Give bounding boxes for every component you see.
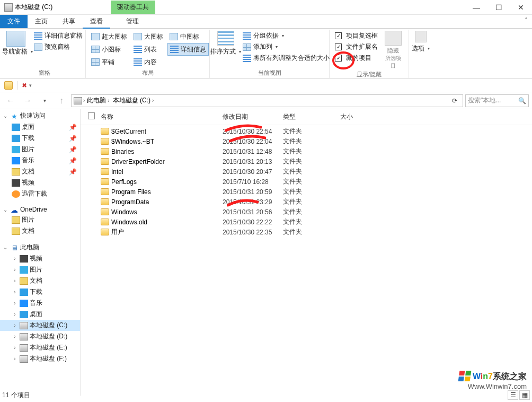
tab-manage[interactable]: 管理	[117, 15, 148, 28]
column-size[interactable]: 大小	[340, 112, 383, 121]
group-label-show-hide: 显示/隐藏	[333, 69, 405, 80]
sidebar-drive-e[interactable]: 本地磁盘 (E:)	[30, 343, 67, 352]
back-button[interactable]: ←	[3, 94, 18, 107]
status-item-count: 11 个项目	[2, 391, 30, 400]
sidebar-documents[interactable]: 文档	[22, 167, 34, 176]
select-all-checkbox[interactable]	[88, 112, 95, 119]
history-dropdown[interactable]: ▾	[37, 94, 52, 107]
layout-details[interactable]: 详细信息	[167, 43, 209, 56]
table-row[interactable]: Windows2015/10/31 20:56文件夹	[81, 207, 532, 217]
hide-button[interactable]: 隐藏	[383, 47, 403, 55]
table-row[interactable]: $GetCurrent2015/10/30 22:54文件夹	[81, 126, 532, 136]
sidebar-onedrive-pics[interactable]: 图片	[22, 215, 34, 224]
options-button[interactable]: 选项▾	[410, 43, 432, 54]
annotation-mark	[225, 124, 262, 133]
qat-dropdown[interactable]: ▾	[29, 83, 32, 88]
layout-content[interactable]: 内容	[131, 56, 165, 68]
forward-button[interactable]: →	[20, 94, 35, 107]
download-icon	[12, 135, 20, 142]
sidebar-this-pc[interactable]: 此电脑	[20, 243, 39, 252]
file-type: 文件夹	[283, 167, 340, 176]
layout-large[interactable]: 大图标	[131, 31, 165, 42]
tab-view[interactable]: 查看	[83, 15, 110, 29]
file-type: 文件夹	[283, 157, 340, 166]
folder-icon	[101, 168, 109, 175]
table-row[interactable]: DriverExpertFolder2015/10/31 20:13文件夹	[81, 156, 532, 167]
table-row[interactable]: Windows.old2015/10/30 22:22文件夹	[81, 217, 532, 227]
add-columns-button[interactable]: 添加列▾	[241, 42, 332, 52]
documents-icon	[12, 168, 20, 176]
table-row[interactable]: Program Files2015/10/31 20:59文件夹	[81, 187, 532, 197]
file-date: 2015/10/31 12:48	[223, 148, 283, 155]
file-list-view[interactable]: 名称 修改日期 类型 大小 $GetCurrent2015/10/30 22:5…	[81, 109, 532, 396]
tab-home[interactable]: 主页	[28, 15, 55, 28]
sort-by-button[interactable]: 排序方式▾	[213, 47, 238, 57]
sidebar-videos[interactable]: 视频	[22, 178, 34, 187]
sidebar-downloads[interactable]: 下载	[22, 134, 34, 143]
breadcrumb-drive[interactable]: 本地磁盘 (C:)›	[112, 96, 155, 105]
address-bar[interactable]: › 此电脑› 本地磁盘 (C:)› ⟳	[71, 94, 463, 107]
sidebar-pc-documents[interactable]: 文档	[30, 276, 42, 285]
navigation-pane-button[interactable]: 导航窗格▾	[6, 47, 29, 57]
sidebar-pc-videos[interactable]: 视频	[30, 254, 42, 263]
fit-columns-button[interactable]: 将所有列调整为合适的大小	[241, 53, 332, 63]
sidebar-drive-c[interactable]: 本地磁盘 (C:)	[30, 321, 67, 330]
sidebar-pc-music[interactable]: 音乐	[30, 299, 42, 308]
file-name: Binaries	[111, 148, 134, 155]
disk-icon	[20, 344, 28, 352]
layout-list[interactable]: 列表	[131, 43, 165, 56]
ribbon-collapse-button[interactable]: ˄	[525, 17, 528, 24]
maximize-button[interactable]: ☐	[487, 0, 510, 15]
item-checkboxes-toggle[interactable]: 项目复选框	[333, 31, 380, 41]
sidebar-onedrive[interactable]: OneDrive	[20, 206, 47, 213]
table-row[interactable]: $Windows.~BT2015/10/30 22:04文件夹	[81, 136, 532, 146]
layout-extra-large[interactable]: 超大图标	[89, 31, 129, 42]
column-type[interactable]: 类型	[283, 112, 340, 121]
sidebar-pictures[interactable]: 图片	[22, 145, 34, 154]
table-row[interactable]: ProgramData2015/10/31 23:29文件夹	[81, 197, 532, 207]
refresh-button[interactable]: ⟳	[449, 97, 460, 104]
file-type: 文件夹	[283, 137, 340, 146]
view-details-button[interactable]: ☰	[508, 390, 518, 400]
layout-tiles[interactable]: 平铺	[89, 56, 129, 68]
sidebar-onedrive-docs[interactable]: 文档	[22, 226, 34, 235]
contextual-tools-tab[interactable]: 驱动器工具	[111, 1, 155, 14]
sidebar-pc-desktop[interactable]: 桌面	[30, 310, 42, 319]
up-button[interactable]: ↑	[54, 94, 69, 107]
table-row[interactable]: Intel2015/10/30 20:47文件夹	[81, 167, 532, 177]
table-row[interactable]: Binaries2015/10/31 12:48文件夹	[81, 146, 532, 156]
sidebar-pc-downloads[interactable]: 下载	[30, 287, 42, 296]
breadcrumb-this-pc[interactable]: 此电脑›	[86, 96, 110, 105]
navigation-tree[interactable]: ⌄★快速访问 桌面📌 下载📌 图片📌 音乐📌 文档📌 视频 迅雷下载 ⌄☁One…	[0, 109, 81, 396]
sidebar-quick-access[interactable]: 快速访问	[20, 111, 46, 120]
tab-share[interactable]: 共享	[55, 15, 83, 28]
layout-medium[interactable]: 中图标	[167, 31, 209, 42]
file-extensions-toggle[interactable]: 文件扩展名	[333, 42, 380, 52]
view-icons-button[interactable]: ▦	[519, 390, 530, 400]
sidebar-pc-pictures[interactable]: 图片	[30, 265, 42, 274]
file-date: 2015/10/30 22:22	[223, 219, 283, 226]
sidebar-desktop[interactable]: 桌面	[22, 123, 34, 132]
preview-pane-button[interactable]: 预览窗格	[32, 42, 85, 52]
sidebar-drive-d[interactable]: 本地磁盘 (D:)	[30, 332, 67, 341]
group-label-current-view: 当前视图	[213, 68, 326, 78]
details-pane-button[interactable]: 详细信息窗格	[32, 31, 85, 41]
column-name[interactable]: 名称	[101, 112, 223, 121]
close-button[interactable]: ✕	[510, 0, 532, 15]
tab-file[interactable]: 文件	[0, 15, 28, 28]
sidebar-music[interactable]: 音乐	[22, 156, 34, 165]
file-date: 2015/10/31 20:59	[223, 188, 283, 196]
sidebar-drive-f[interactable]: 本地磁盘 (F:)	[30, 354, 67, 363]
search-input[interactable]: 搜索"本地... 🔍	[465, 94, 529, 107]
disk-icon	[20, 355, 28, 363]
minimize-button[interactable]: —	[465, 0, 487, 15]
layout-small[interactable]: 小图标	[89, 43, 129, 56]
table-row[interactable]: 用户2015/10/30 22:35文件夹	[81, 227, 532, 237]
delete-icon[interactable]: ✖	[22, 82, 27, 89]
sidebar-xunlei[interactable]: 迅雷下载	[22, 189, 47, 198]
group-by-button[interactable]: 分组依据▾	[241, 31, 332, 41]
column-date[interactable]: 修改日期	[223, 112, 283, 121]
table-row[interactable]: PerfLogs2015/7/10 16:28文件夹	[81, 177, 532, 187]
file-date: 2015/10/30 20:47	[223, 168, 283, 176]
folder-icon[interactable]	[4, 81, 13, 90]
